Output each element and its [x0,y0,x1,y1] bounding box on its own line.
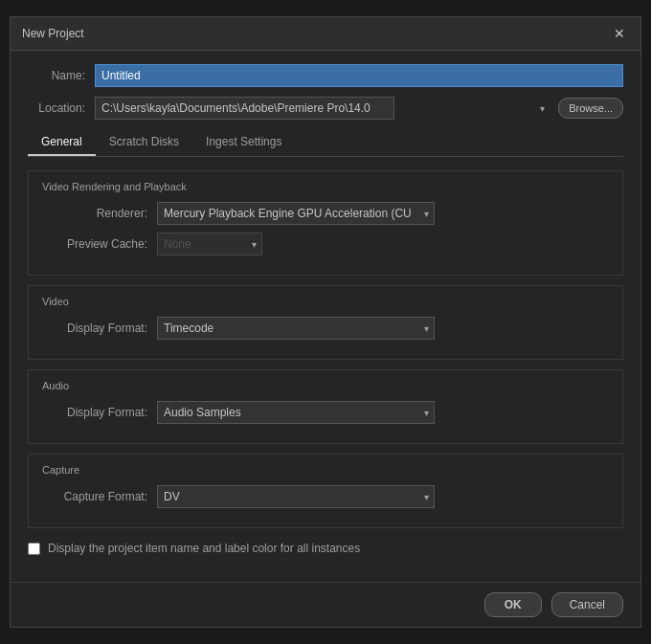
name-label: Name: [28,69,95,82]
location-label: Location: [28,101,95,115]
renderer-label: Renderer: [42,207,157,220]
audio-section: Audio Display Format: Audio Samples Mill… [28,369,623,444]
new-project-dialog: New Project ✕ Name: Location: C:\Users\k… [10,16,641,628]
audio-section-label: Audio [42,380,609,391]
preview-cache-select-wrapper: None [157,233,262,255]
renderer-row: Renderer: Mercury Playback Engine GPU Ac… [42,202,609,225]
tabs-bar: General Scratch Disks Ingest Settings [28,129,623,157]
location-wrapper: C:\Users\kayla\Documents\Adobe\Premiere … [95,97,623,120]
video-section: Video Display Format: Timecode Frames Fe… [28,285,623,360]
video-rendering-label: Video Rendering and Playback [42,181,609,192]
capture-format-select[interactable]: DV HDV [157,485,435,508]
title-bar: New Project ✕ [11,17,640,51]
video-display-format-select[interactable]: Timecode Frames Feet + Frames [157,317,435,340]
video-display-format-label: Display Format: [42,322,157,335]
video-rendering-section: Video Rendering and Playback Renderer: M… [28,170,623,276]
video-display-format-row: Display Format: Timecode Frames Feet + F… [42,317,609,340]
dialog-footer: OK Cancel [11,582,640,627]
preview-cache-select[interactable]: None [157,233,262,255]
capture-section-label: Capture [42,464,609,476]
renderer-select[interactable]: Mercury Playback Engine GPU Acceleration… [157,202,435,225]
label-color-checkbox-label: Display the project item name and label … [48,542,360,555]
capture-format-label: Capture Format: [42,490,157,503]
tab-general[interactable]: General [28,129,96,156]
tab-ingest-settings[interactable]: Ingest Settings [192,129,295,156]
audio-display-format-row: Display Format: Audio Samples Millisecon… [42,401,609,424]
video-section-label: Video [42,296,609,307]
preview-cache-label: Preview Cache: [42,237,157,251]
preview-cache-row: Preview Cache: None [42,233,609,255]
close-button[interactable]: ✕ [610,25,629,42]
cancel-button[interactable]: Cancel [551,592,623,617]
capture-format-wrapper: DV HDV [157,485,435,508]
audio-display-format-wrapper: Audio Samples Milliseconds [157,401,435,424]
capture-format-row: Capture Format: DV HDV [42,485,609,508]
dialog-body: Name: Location: C:\Users\kayla\Documents… [11,51,640,582]
capture-section: Capture Capture Format: DV HDV [28,454,623,528]
name-row: Name: [28,64,623,87]
browse-button[interactable]: Browse... [558,98,623,119]
checkbox-row: Display the project item name and label … [28,542,623,555]
location-row: Location: C:\Users\kayla\Documents\Adobe… [28,97,623,120]
video-display-format-wrapper: Timecode Frames Feet + Frames [157,317,435,340]
ok-button[interactable]: OK [484,592,542,617]
renderer-select-wrapper: Mercury Playback Engine GPU Acceleration… [157,202,435,225]
dialog-title: New Project [22,27,84,40]
audio-display-format-select[interactable]: Audio Samples Milliseconds [157,401,435,424]
location-select[interactable]: C:\Users\kayla\Documents\Adobe\Premiere … [95,97,394,120]
tab-scratch-disks[interactable]: Scratch Disks [96,129,192,156]
location-select-wrapper: C:\Users\kayla\Documents\Adobe\Premiere … [95,97,550,120]
audio-display-format-label: Display Format: [42,406,157,419]
label-color-checkbox[interactable] [28,543,40,555]
name-input[interactable] [95,64,623,87]
